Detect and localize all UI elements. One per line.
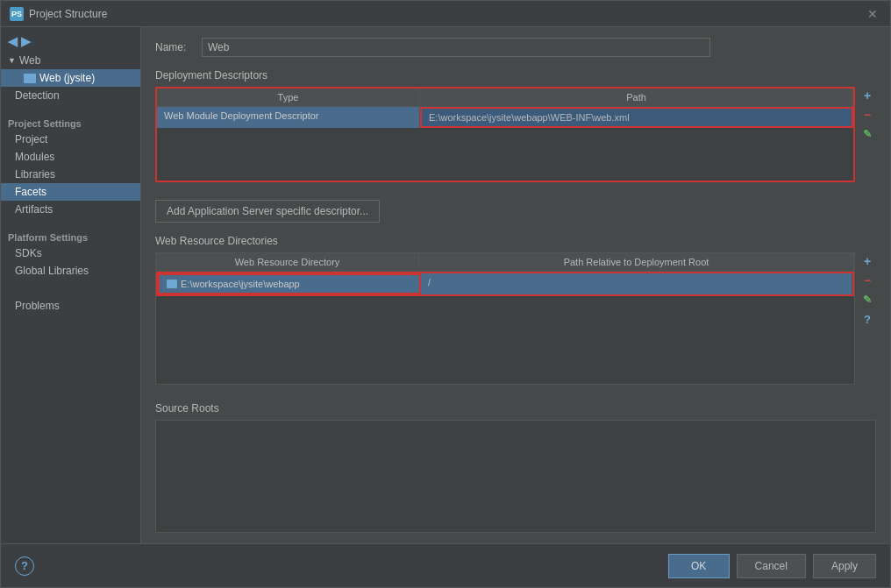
sidebar-facets-item[interactable]: Facets (1, 183, 140, 201)
nav-back-button[interactable]: ◀ (8, 34, 18, 48)
sidebar-tree-web-jysite-label: Web (jysite) (39, 72, 95, 84)
wrd-table-row[interactable]: E:\workspace\jysite\webapp / (156, 272, 854, 296)
wrd-table: Web Resource Directory Path Relative to … (155, 252, 855, 385)
sidebar-libraries-item[interactable]: Libraries (1, 166, 140, 183)
name-row: Name: (155, 38, 876, 57)
wrd-side-buttons: + − ✎ ? (855, 252, 876, 393)
wrd-edit-button[interactable]: ✎ (859, 291, 876, 308)
sidebar-tree-web-jysite[interactable]: Web (jysite) (1, 69, 140, 87)
dd-path-cell: E:\workspace\jysite\webapp\WEB-INF\web.x… (420, 107, 853, 128)
project-settings-section: Project Settings (1, 113, 140, 131)
source-roots-area (155, 420, 876, 533)
wrd-relative-path-cell: / (421, 273, 852, 294)
source-roots-title: Source Roots (155, 402, 876, 414)
dialog-buttons: OK Cancel Apply (668, 554, 876, 578)
wrd-help-button[interactable]: ? (859, 310, 876, 328)
name-input[interactable] (202, 38, 710, 57)
title-bar: PS Project Structure ✕ (1, 1, 890, 27)
sidebar-tree-web-label: Web (19, 54, 40, 67)
deployment-descriptors-title: Deployment Descriptors (155, 69, 876, 81)
sidebar-toolbar: ◀ ▶ (1, 31, 140, 52)
platform-settings-section: Platform Settings (1, 227, 140, 244)
dd-path-header: Path (420, 89, 853, 106)
sidebar-project-item[interactable]: Project (1, 131, 140, 148)
folder-icon (24, 74, 36, 83)
wrd-remove-button[interactable]: − (859, 272, 876, 289)
name-label: Name: (155, 41, 195, 53)
bottom-left: ? (15, 556, 34, 576)
dd-table-row[interactable]: Web Module Deployment Descriptor E:\work… (157, 107, 853, 128)
close-button[interactable]: ✕ (864, 5, 881, 23)
sidebar-problems-item[interactable]: Problems (1, 297, 140, 315)
dd-table-header: Type Path (157, 89, 853, 107)
window-body: ◀ ▶ ▼ Web Web (jysite) Detection Project… (1, 27, 890, 543)
sidebar-detection-item[interactable]: Detection (1, 87, 140, 104)
help-button[interactable]: ? (15, 556, 34, 576)
deployment-descriptors-table: Type Path Web Module Deployment Descript… (155, 87, 855, 182)
prd-col-header: Path Relative to Deployment Root (419, 253, 854, 271)
wrd-table-header: Web Resource Directory Path Relative to … (156, 253, 854, 272)
bottom-bar: ? OK Cancel Apply (1, 543, 890, 587)
window-title: Project Structure (29, 8, 107, 20)
tree-arrow-icon: ▼ (8, 56, 16, 65)
sidebar: ◀ ▶ ▼ Web Web (jysite) Detection Project… (1, 27, 141, 543)
web-resource-directories-title: Web Resource Directories (155, 235, 876, 247)
dd-type-cell: Web Module Deployment Descriptor (157, 107, 420, 128)
sidebar-sdks-item[interactable]: SDKs (1, 244, 140, 262)
project-structure-dialog: PS Project Structure ✕ ◀ ▶ ▼ Web Web (jy… (0, 0, 891, 588)
main-content: Name: Deployment Descriptors Type Path W… (141, 27, 890, 543)
sidebar-global-libraries-item[interactable]: Global Libraries (1, 262, 140, 280)
apply-button[interactable]: Apply (813, 554, 876, 578)
dd-type-header: Type (157, 89, 420, 106)
cancel-button[interactable]: Cancel (737, 554, 806, 578)
title-bar-left: PS Project Structure (10, 7, 107, 21)
sidebar-artifacts-item[interactable]: Artifacts (1, 201, 140, 218)
nav-forward-button[interactable]: ▶ (21, 34, 31, 48)
dd-remove-button[interactable]: − (859, 106, 876, 124)
wrd-col-header: Web Resource Directory (156, 253, 419, 271)
wrd-add-button[interactable]: + (859, 252, 876, 270)
dd-add-button[interactable]: + (859, 87, 876, 104)
wrd-directory-cell: E:\workspace\jysite\webapp (158, 273, 421, 294)
folder-small-icon (167, 280, 177, 288)
sidebar-modules-item[interactable]: Modules (1, 148, 140, 166)
dd-side-buttons: + − ✎ (855, 87, 876, 191)
add-server-button[interactable]: Add Application Server specific descript… (155, 200, 380, 223)
dd-edit-button[interactable]: ✎ (859, 125, 876, 143)
window-icon: PS (10, 7, 24, 21)
sidebar-tree-web-parent[interactable]: ▼ Web (1, 52, 140, 69)
ok-button[interactable]: OK (668, 554, 730, 578)
